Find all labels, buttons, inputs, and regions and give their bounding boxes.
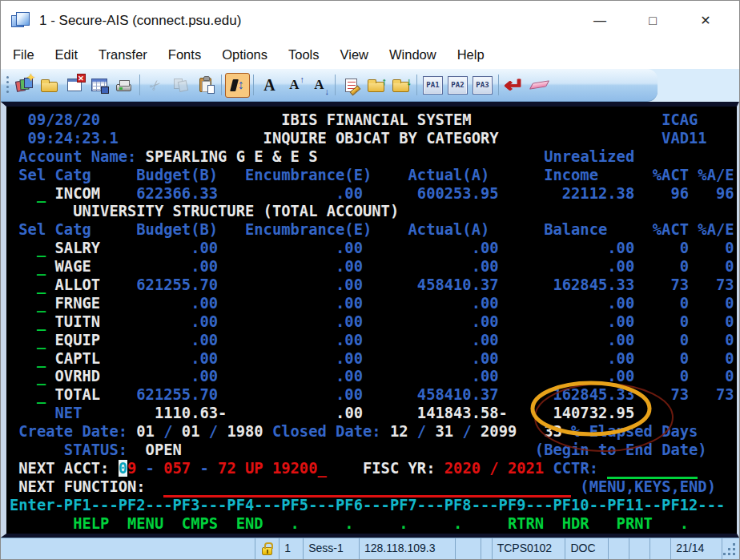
terminal-line: _ ALLOT 621255.70 .00 458410.37 162845.3… [10,276,737,295]
close-window-icon: ✕ [67,79,82,91]
new-session-button[interactable]: ✦ [12,73,37,98]
minimize-button[interactable]: — [587,1,613,40]
paste-button[interactable] [193,73,218,98]
toolbar-separator [416,75,417,95]
eraser-icon [529,80,549,89]
status-session-name: Sess-1 [303,538,359,559]
category-select-field[interactable]: _ [10,386,46,403]
terminal-line: _ CAPTL .00 .00 .00 .00 0 0 [10,350,737,369]
window-title: 1 - Secure-AIS (connect.psu.edu) [39,13,560,29]
copy-button [168,73,193,98]
category-select-field[interactable]: _ [10,332,46,348]
close-session-button[interactable]: ✕ [62,73,86,98]
menu-item-options[interactable]: Options [211,41,278,68]
terminal-text: OPEN [127,441,182,458]
terminal-screen[interactable]: 09/28/20 IBIS FINANCIAL SYSTEM ICAG 09:2… [6,107,737,533]
menu-item-window[interactable]: Window [379,41,447,68]
terminal-text: % Elapsed Days [571,423,698,440]
maximize-button[interactable]: □ [640,1,666,40]
terminal-line: Sel Catg Budget(B) Encumbrance(E) Actual… [10,221,737,240]
terminal-text: 621255.70 .00 458410.37 162845.33 73 73 [100,386,734,403]
menu-item-file[interactable]: File [2,41,45,68]
menu-item-tools[interactable]: Tools [278,41,330,68]
terminal-line: 09:24:23.1 INQUIRE OBJCAT BY CATEGORY VA… [10,130,737,148]
terminal-text: CAPTL [46,350,100,367]
status-empty [455,538,481,559]
receive-file-button[interactable]: ↓ [388,73,413,98]
terminal-text: FISC YR: [327,460,444,477]
terminal-text: 2020 / 2021 [444,460,544,477]
cut-button: ✂ [143,73,168,98]
terminal-text: .00 .00 .00 .00 0 0 [100,240,734,256]
font-smaller-button[interactable]: A↓ [307,73,332,98]
close-button[interactable]: ✕ [693,1,718,40]
terminal-text: WAGE [46,258,91,275]
terminal-text: - [191,460,218,477]
toolbar-separator [335,75,336,95]
terminal-text: FRNGE [46,295,100,312]
terminal-line: _ OVRHD .00 .00 .00 .00 0 0 [10,368,737,386]
open-session-button[interactable] [37,73,62,98]
menu-item-fonts[interactable]: Fonts [158,41,211,68]
menu-item-help[interactable]: Help [447,41,495,68]
status-empty [1,538,255,559]
font-smaller-icon: A [314,77,324,93]
terminal-text: 1980 [218,423,272,440]
erase-button[interactable] [527,73,552,98]
terminal-line: _ TOTAL 621255.70 .00 458410.37 162845.3… [10,386,737,405]
toolbar: ✦ ✕ ✂ [1,69,739,102]
send-file-button[interactable]: ↑ [364,73,388,98]
category-select-field[interactable]: _ [10,258,46,275]
resize-grip[interactable] [722,538,739,559]
terminal-text: Sel Catg Budget(B) Encumbrance(E) Actual… [10,167,734,183]
category-select-field[interactable]: _ [10,368,46,385]
terminal-cursor[interactable]: 0 [119,460,127,477]
enter-button[interactable]: ↵ [502,73,527,98]
terminal-text: NET [10,405,82,421]
toolbar-band: ✦ ✕ ✂ [1,69,658,102]
menu-item-transfer[interactable]: Transfer [88,41,158,68]
pa1-key-icon: PA1 [423,76,443,95]
terminal-text: .00 .00 .00 .00 0 0 [100,350,734,367]
next-acct-input-field[interactable]: 72 UP 19200_ [218,460,327,477]
terminal-line: Account Name: SPEARLING G E & E S Unreal… [10,148,737,167]
toolbar-separator [253,75,254,95]
menu-item-view[interactable]: View [330,41,379,68]
menu-item-edit[interactable]: Edit [45,41,88,68]
font-larger-button[interactable]: A↑ [282,73,307,98]
terminal-text: Create Date: [10,423,127,440]
cctr-input-field[interactable] [607,460,698,479]
terminal-text: HELP MENU CMPS END . . . . RTRN HDR PRNT… [10,515,689,532]
terminal-line: _ FRNGE .00 .00 .00 .00 0 0 [10,295,737,313]
pa1-button[interactable]: PA1 [420,73,445,98]
font-icon: A [263,76,275,95]
session-settings-button[interactable] [339,73,364,98]
category-select-field[interactable]: _ [10,185,46,202]
toolbar-grip[interactable] [4,75,10,95]
terminal-line: _ INCOM 622366.33 .00 600253.95 22112.38… [10,185,737,203]
terminal-text: .00 .00 .00 .00 0 0 [100,295,734,312]
terminal-line: UNIVERSITY STRUCTURE (TOTAL ACCOUNT) [10,203,737,221]
keypad-button[interactable] [86,73,111,98]
category-select-field[interactable]: _ [10,313,46,330]
category-select-field[interactable]: _ [10,276,46,293]
print-button[interactable] [111,73,136,98]
category-select-field[interactable]: _ [10,295,46,312]
next-function-input-field[interactable] [163,478,571,498]
terminal-text: OVRHD [46,368,100,385]
status-empty [481,538,492,559]
terminal-text: .00 .00 .00 .00 0 0 [91,258,734,275]
category-select-field[interactable]: _ [10,240,46,256]
pa3-button[interactable]: PA3 [470,73,495,98]
terminal-text: 057 [163,460,191,477]
terminal-line: _ SALRY .00 .00 .00 .00 0 0 [10,240,737,258]
printer-icon [116,84,131,91]
terminal-text: .00 .00 .00 .00 0 0 [100,332,734,348]
font-select-button[interactable]: A [257,73,282,98]
statusbar: 1Sess-1128.118.109.3TCPS0102DOC21/14 [1,538,739,559]
category-select-field[interactable]: _ [10,350,46,367]
auto-font-size-toggle-button[interactable]: ↕ [225,73,250,98]
status-empty [650,538,670,559]
pa2-button[interactable]: PA2 [445,73,470,98]
terminal-text: TOTAL [46,386,100,403]
